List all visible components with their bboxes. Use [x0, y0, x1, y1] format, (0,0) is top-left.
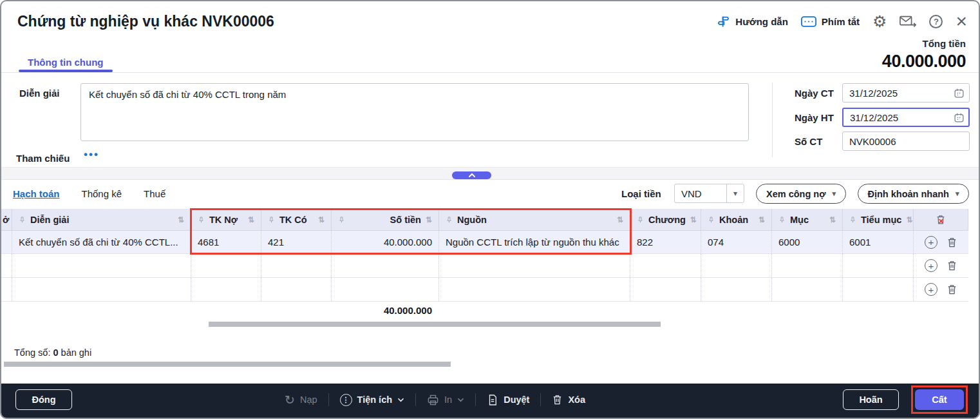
guide-button[interactable]: Hướng dẫn [717, 15, 788, 28]
sort-icon[interactable]: ⇅ [829, 215, 836, 224]
col-header-dien-giai[interactable]: Diễn giải ⇅ [12, 209, 191, 230]
description-label: Diễn giải [19, 88, 60, 99]
help-icon[interactable]: ? [929, 15, 943, 28]
save-button[interactable]: Cất [915, 389, 964, 410]
col-header-tieu-muc[interactable]: Tiểu mục ⇅ [843, 209, 914, 230]
pin-icon[interactable] [446, 216, 453, 224]
postpone-button[interactable]: Hoãn [843, 389, 899, 410]
col-header-muc[interactable]: Mục ⇅ [772, 209, 843, 230]
currency-value: VND [675, 188, 726, 199]
close-icon[interactable]: × [956, 14, 967, 28]
ngay-ct-input[interactable] [842, 83, 970, 102]
collapse-panel-button[interactable] [452, 171, 491, 179]
pin-icon[interactable] [778, 216, 786, 224]
grid-tabs: Hạch toán Thống kê Thuế [13, 188, 165, 199]
toolbar-divider [415, 393, 416, 406]
col-header-khoan[interactable]: Khoản ⇅ [701, 209, 772, 230]
amount-column-total: 40.000.000 [332, 305, 432, 316]
grid-horizontal-scrollbar[interactable] [209, 322, 661, 327]
keyboard-icon [801, 16, 816, 27]
cell-chuong[interactable]: 822 [630, 231, 701, 253]
reference-label: Tham chiếu [16, 153, 70, 164]
description-input[interactable]: Kết chuyển số đã chi từ 40% CCTL trong n… [80, 83, 749, 141]
so-ct-input[interactable] [842, 132, 970, 151]
delete-button[interactable]: Xóa [552, 394, 585, 405]
toolbar-center-actions: ↻ Nạp ⋮ Tiện ích In Duyệt [285, 389, 585, 410]
toolbar-divider [328, 393, 329, 406]
gear-icon[interactable]: ⚙ [872, 14, 887, 28]
sort-icon[interactable]: ⇅ [248, 215, 254, 224]
approve-button[interactable]: Duyệt [487, 394, 529, 406]
sort-icon[interactable]: ⇅ [426, 215, 432, 224]
cell-so-tien[interactable]: 40.000.000 [332, 231, 439, 253]
cell-nguon[interactable]: Nguồn CCTL trích lập từ nguồn thu khác [439, 231, 630, 253]
sort-icon[interactable]: ⇅ [906, 215, 912, 224]
accounting-grid: ở Diễn giải ⇅ TK Nợ ⇅ TK Có ⇅ Số tiền ⇅ [1, 209, 968, 302]
header-actions: Hướng dẫn Phím tắt ⚙ ? × [717, 14, 967, 28]
chevron-down-icon [457, 398, 464, 402]
pin-icon[interactable] [19, 216, 26, 224]
header-divider [1, 72, 979, 73]
ngay-ht-label: Ngày HT [795, 112, 849, 123]
sort-icon[interactable]: ⇅ [759, 215, 765, 224]
document-window: Chứng từ nghiệp vụ khác NVK00006 Hướng d… [0, 0, 980, 419]
delete-all-rows-icon[interactable]: ✕ [936, 214, 946, 225]
tab-thue[interactable]: Thuế [144, 188, 165, 199]
tab-thong-ke[interactable]: Thống kê [82, 188, 122, 199]
print-button[interactable]: In [427, 394, 464, 406]
col-header-so-tien[interactable]: Số tiền ⇅ [332, 209, 439, 230]
cell-muc[interactable]: 6000 [772, 231, 843, 253]
delete-row-icon[interactable] [947, 284, 957, 295]
cell-khoan[interactable]: 074 [701, 231, 772, 253]
col-header-tk-no[interactable]: TK Nợ ⇅ [191, 209, 261, 230]
pin-icon[interactable] [268, 216, 275, 224]
sort-icon[interactable]: ⇅ [318, 215, 325, 224]
view-debt-button[interactable]: Xem công nợ ▾ [756, 184, 846, 204]
currency-label: Loại tiền [621, 188, 661, 199]
table-row[interactable]: Kết chuyển số đã chi từ 40% CCTL... 4681… [1, 231, 968, 254]
pin-icon[interactable] [708, 216, 715, 224]
lower-horizontal-scrollbar[interactable] [4, 362, 451, 367]
calendar-icon[interactable] [954, 88, 965, 99]
utilities-button[interactable]: ⋮ Tiện ích [340, 394, 405, 406]
reload-button[interactable]: ↻ Nạp [285, 394, 317, 406]
delete-row-icon[interactable] [947, 237, 957, 248]
delete-row-icon[interactable] [947, 260, 957, 271]
calendar-icon[interactable] [954, 112, 965, 123]
sort-icon[interactable]: ⇅ [178, 215, 184, 224]
pin-icon[interactable] [637, 216, 644, 224]
pin-icon[interactable] [849, 216, 856, 224]
form-vertical-divider [772, 83, 773, 157]
table-row[interactable]: + [1, 254, 968, 278]
tab-hach-toan[interactable]: Hạch toán [13, 188, 60, 199]
send-mail-icon[interactable] [900, 14, 916, 28]
ngay-ct-label: Ngày CT [795, 88, 849, 99]
sort-icon[interactable]: ⇅ [690, 215, 697, 224]
add-row-icon[interactable]: + [925, 283, 938, 296]
reference-ellipsis-button[interactable]: ••• [84, 148, 99, 161]
grid-header-row: ở Diễn giải ⇅ TK Nợ ⇅ TK Có ⇅ Số tiền ⇅ [1, 209, 968, 231]
col-header-tk-co[interactable]: TK Có ⇅ [261, 209, 332, 230]
ngay-ht-input[interactable] [842, 108, 970, 127]
chevron-down-icon: ▾ [727, 189, 744, 198]
quick-entry-button[interactable]: Định khoản nhanh ▾ [858, 184, 969, 204]
currency-select[interactable]: VND ▾ [674, 184, 744, 203]
chevron-up-icon [468, 173, 476, 178]
cell-tieu-muc[interactable]: 6001 [843, 231, 914, 253]
close-button[interactable]: Đóng [15, 389, 72, 410]
sort-icon[interactable]: ⇅ [617, 215, 623, 224]
cell-tk-no[interactable]: 4681 [191, 231, 261, 253]
pin-icon[interactable] [338, 216, 345, 224]
cell-tk-co[interactable]: 421 [261, 231, 332, 253]
col-header-chuong[interactable]: Chương ⇅ [630, 209, 701, 230]
col-header-nguon[interactable]: Nguồn ⇅ [439, 209, 630, 230]
shortcut-button[interactable]: Phím tắt [801, 16, 860, 27]
add-row-icon[interactable]: + [925, 236, 938, 249]
add-row-icon[interactable]: + [925, 259, 938, 272]
trash-icon [552, 394, 563, 405]
pin-icon[interactable] [198, 216, 205, 224]
tab-thong-tin-chung[interactable]: Thông tin chung [28, 57, 103, 68]
table-row[interactable]: + [1, 278, 968, 302]
printer-icon [427, 394, 439, 406]
cell-dien-giai[interactable]: Kết chuyển số đã chi từ 40% CCTL... [12, 231, 191, 253]
